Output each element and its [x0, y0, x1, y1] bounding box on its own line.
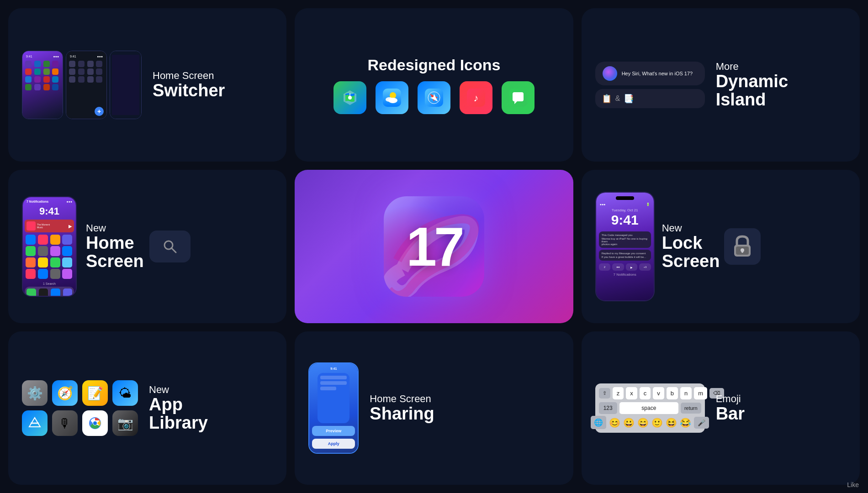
app-library-title-small: New	[149, 384, 208, 396]
sharing-preview-btn[interactable]: Preview	[312, 426, 355, 436]
svg-point-21	[93, 421, 97, 425]
sharing-apply-btn[interactable]: Apply	[312, 439, 355, 449]
al-icon-appstore	[22, 410, 48, 436]
emoji-4: 🙂	[651, 417, 663, 428]
emoji-1: 😊	[609, 417, 620, 428]
weather-icon	[376, 81, 408, 114]
kb-return[interactable]: return	[681, 403, 701, 414]
like-label: Like	[847, 481, 859, 488]
dynamic-island-card: Hey Siri, What's new in iOS 17? 📋 & 📑 Mo…	[582, 8, 860, 162]
like-button[interactable]: Like	[847, 481, 859, 488]
sharing-card: 9:41 Preview Apply Home Screen Sharing	[295, 331, 573, 485]
kb-bottom-row: 123 space return	[599, 402, 701, 414]
lock-button-visual	[724, 228, 761, 265]
lock-screen-title-large: Lock Screen	[662, 234, 720, 271]
doc-icon-1: 📋	[602, 94, 612, 104]
kb-emoji-toggle[interactable]: 🌐	[591, 416, 606, 429]
hs-time: 9:41	[25, 205, 74, 217]
ls-notification-2: Replied to my Message you consent If you…	[599, 250, 651, 261]
ios17-logo: 17	[384, 196, 484, 297]
new-lock-screen-card: ●●● 🔋 Tuesday, Oct 21 9:41 This Code mes…	[582, 170, 860, 323]
search-button-visual	[149, 231, 191, 262]
new-home-screen-text: New Home Screen	[86, 222, 144, 271]
new-home-screen-card: 7 Notifications ●●● 9:41 The MomentMusic…	[8, 170, 286, 323]
siri-text: Hey Siri, What's new in iOS 17?	[622, 71, 693, 76]
al-icon-settings: ⚙️	[22, 380, 48, 406]
app-library-title-large: App Library	[149, 396, 208, 432]
redesigned-icons-card: Redesigned Icons	[295, 8, 573, 162]
kb-c[interactable]: c	[640, 387, 651, 399]
al-icon-weather: 🌤	[112, 380, 138, 406]
al-icon-chrome	[82, 410, 108, 436]
switcher-phone-3	[110, 51, 142, 119]
emoji-bar-text: Emoji Bar	[716, 393, 745, 423]
kb-n[interactable]: n	[680, 387, 692, 399]
emoji-bar-title-small: Emoji	[716, 393, 745, 405]
ampersand: &	[615, 94, 620, 103]
lock-screen-text: New Lock Screen	[662, 222, 720, 271]
app-library-grid: ⚙️ 🧭 📝 🌤 🎙 📷	[22, 380, 138, 436]
ls-notification: This Code messaged you Wanna buy at iPad…	[599, 231, 651, 248]
kb-m[interactable]: m	[694, 387, 707, 399]
ls-notch	[616, 196, 634, 200]
kb-x[interactable]: x	[626, 387, 637, 399]
kb-mic[interactable]: 🎤	[694, 417, 709, 429]
switcher-phones: 9:41 ●●●	[22, 51, 142, 119]
emoji-3: 😄	[637, 417, 649, 428]
kb-b[interactable]: b	[667, 387, 678, 399]
home-screen-switcher-card: 9:41 ●●●	[8, 8, 286, 162]
al-icon-notes: 📝	[82, 380, 108, 406]
sharing-title-large: Sharing	[370, 405, 434, 423]
svg-point-4	[388, 98, 397, 103]
dynamic-island-title-large: Dynamic Island	[716, 73, 788, 109]
new-home-screen-title-small: New	[86, 222, 144, 234]
messages-icon	[502, 81, 535, 114]
doc-icon-2: 📑	[624, 94, 634, 104]
svg-line-13	[171, 248, 176, 252]
emoji-keyboard: ⇧ z x c v b n m ⌫ 123 space return 🌐 😊 😀…	[595, 383, 705, 433]
center-logo-card: 17	[295, 170, 573, 323]
ls-signal: ●●●	[600, 203, 606, 206]
svg-rect-17	[741, 250, 743, 253]
dynamic-island-text: More Dynamic Island	[716, 61, 788, 109]
switcher-title-small: Home Screen	[153, 70, 225, 82]
ls-time: 9:41	[599, 212, 651, 228]
copy-row: 📋 & 📑	[595, 89, 705, 108]
sharing-phone-time: 9:41	[312, 367, 355, 370]
home-screen-phone: 7 Notifications ●●● 9:41 The MomentMusic…	[22, 196, 77, 297]
hs-status-icons: ●●●	[66, 200, 72, 203]
switcher-title-large: Switcher	[153, 82, 225, 100]
emoji-bar-title-large: Bar	[716, 405, 745, 423]
svg-text:♪: ♪	[473, 92, 478, 104]
kb-emoji-row: 🌐 😊 😀 😄 🙂 😆 😂 🎤	[599, 416, 701, 429]
switcher-phone-2: 9:41 ●●● +	[66, 51, 107, 119]
ls-widgets: 2 ●● ▶ +3	[599, 263, 651, 271]
emoji-2: 😀	[623, 417, 635, 428]
safari-icon	[418, 81, 450, 114]
kb-v[interactable]: v	[653, 387, 664, 399]
phone2-time: 9:41	[70, 55, 76, 58]
lock-screen-title-small: New	[662, 222, 720, 234]
phone2-signal: ●●●	[97, 55, 103, 58]
hs-status-notif: 7 Notifications	[26, 200, 48, 203]
app-icons-row: ♪	[333, 81, 535, 114]
kb-space[interactable]: space	[619, 402, 678, 414]
plus-badge: +	[95, 107, 104, 116]
sharing-text: Home Screen Sharing	[370, 393, 434, 423]
redesigned-icons-title: Redesigned Icons	[368, 56, 501, 74]
kb-z[interactable]: z	[613, 387, 624, 399]
sharing-phone: 9:41 Preview Apply	[308, 362, 359, 454]
ios17-number: 17	[406, 215, 461, 278]
hs-music-widget: The MomentMusic ▶	[25, 220, 74, 232]
kb-top-row: ⇧ z x c v b n m ⌫	[599, 387, 701, 399]
hs-app-grid	[25, 234, 74, 280]
lock-screen-phone: ●●● 🔋 Tuesday, Oct 21 9:41 This Code mes…	[595, 192, 655, 301]
music-icon: ♪	[460, 81, 492, 114]
app-library-card: ⚙️ 🧭 📝 🌤 🎙 📷 New App Li	[8, 331, 286, 485]
dynamic-island-visual: Hey Siri, What's new in iOS 17? 📋 & 📑	[595, 62, 705, 108]
ls-date: Tuesday, Oct 21	[599, 208, 651, 212]
emoji-bar-card: ⇧ z x c v b n m ⌫ 123 space return 🌐 😊 😀…	[582, 331, 860, 485]
maps-icon	[333, 81, 366, 114]
kb-num-key[interactable]: 123	[599, 402, 617, 414]
emoji-6: 😂	[680, 417, 691, 428]
